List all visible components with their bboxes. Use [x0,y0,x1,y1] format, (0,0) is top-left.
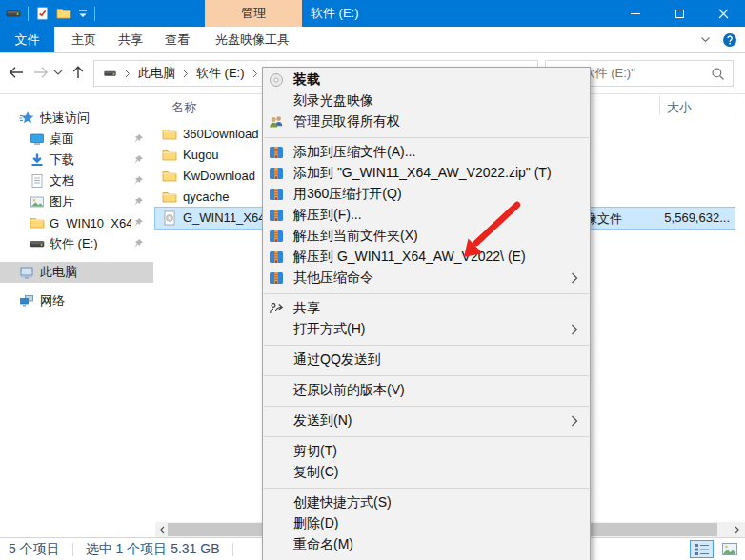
zip-icon [269,145,284,160]
explorer-drive-icon[interactable] [6,6,21,21]
folder-icon [30,215,45,230]
search-icon[interactable] [711,67,725,81]
menu-icon-placeholder [269,413,284,429]
zip-icon [269,229,284,244]
details-view-button[interactable] [690,540,714,558]
sidebar-item[interactable]: 文档 [0,170,153,191]
tab-home[interactable]: 主页 [63,27,105,52]
ribbon-expand-chevron-icon[interactable] [700,36,711,44]
computer-icon [19,265,34,280]
breadcrumb-drive-e[interactable]: 软件 (E:) [196,65,245,82]
menu-item-label: 删除(D) [293,515,338,532]
menu-item[interactable]: 还原以前的版本(V) [263,380,590,401]
pin-icon [132,133,144,145]
items-count: 5 个项目 [9,541,60,558]
back-icon[interactable] [8,65,25,80]
menu-item-label: 解压到 G_WIN11_X64_AW_V2022\ (E) [293,249,526,266]
menu-item-label: 复制(C) [293,464,338,481]
tab-view[interactable]: 查看 [156,27,198,52]
menu-item[interactable]: 删除(D) [263,513,590,534]
sidebar-item[interactable]: 网络 [0,290,153,311]
menu-item-label: 还原以前的版本(V) [293,382,405,399]
menu-item[interactable]: 添加到压缩文件(A)... [263,142,590,163]
menu-icon-placeholder [269,465,284,480]
menu-item-label: 装载 [293,71,320,89]
breadcrumb-chevron-icon [183,70,189,78]
menu-separator [264,406,589,407]
sidebar-item-label: 软件 (E:) [50,235,98,252]
up-icon[interactable] [70,65,86,80]
menu-item[interactable]: 剪切(T) [263,441,590,462]
menu-item[interactable]: 共享 [263,298,590,319]
forward-icon[interactable] [32,65,50,80]
column-divider[interactable] [659,96,660,115]
file-name: 360Download [183,127,259,141]
menu-item[interactable]: 解压到当前文件夹(X) [263,226,590,247]
breadcrumb: 此电脑 软件 (E:) [94,65,258,82]
sidebar-item-label: 网络 [40,292,65,310]
sidebar-item[interactable]: 下载 [0,150,153,170]
menu-item[interactable]: 其他压缩命令 [263,268,590,289]
sidebar-item[interactable]: 软件 (E:) [0,233,153,254]
disc-icon [269,72,284,88]
location-drive-icon [103,67,117,80]
scroll-right-icon[interactable] [732,524,743,535]
menu-item[interactable]: 复制(C) [263,462,590,483]
new-folder-icon[interactable] [56,6,71,21]
qat-customize-icon[interactable] [78,9,88,18]
help-icon[interactable] [722,32,737,48]
menu-item[interactable]: 通过QQ发送到 [263,350,590,370]
thumbnail-view-button[interactable] [717,540,741,558]
sidebar-item[interactable]: 此电脑 [0,262,153,283]
minimize-button[interactable] [614,0,657,27]
menu-item[interactable]: 重命名(M) [263,534,590,555]
menu-item[interactable]: 刻录光盘映像 [263,90,590,111]
menu-item[interactable]: 创建快捷方式(S) [263,492,590,513]
maximize-icon [675,10,684,18]
menu-item[interactable]: 管理员取得所有权 [263,111,590,132]
zip-icon [269,208,284,223]
menu-item-label: 用360压缩打开(Q) [293,186,402,203]
menu-separator [264,137,589,138]
submenu-chevron-icon [571,272,578,284]
tab-file[interactable]: 文件 [0,27,54,52]
picture-icon [30,194,45,210]
column-header-name[interactable]: 名称 [171,99,196,116]
menu-item-label: 发送到(N) [293,412,352,430]
sidebar-item[interactable]: 图片 [0,191,153,212]
sidebar-item[interactable]: G_WIN10_X64_ [0,212,153,233]
folder-icon [162,148,177,163]
contextual-tab-manage[interactable]: 管理 [205,0,302,27]
tab-disc-image-tools[interactable]: 光盘映像工具 [203,27,302,52]
menu-separator [264,436,589,437]
menu-item[interactable]: 解压到(F)... [263,205,590,226]
file-name: KwDownload [183,169,255,183]
sidebar-item[interactable]: 快速访问 [0,108,153,129]
close-icon [718,9,729,19]
maximize-button[interactable] [657,0,701,27]
menu-icon-placeholder [269,516,284,531]
menu-item-label: 重命名(M) [293,536,353,553]
menu-item[interactable]: 装载 [263,70,590,90]
menu-separator [264,293,589,294]
menu-item[interactable]: 发送到(N) [263,410,590,431]
desktop-icon [30,131,45,147]
tab-share[interactable]: 共享 [110,27,151,52]
recent-locations-chevron-icon[interactable] [53,70,63,76]
close-button[interactable] [701,0,745,27]
people-icon [269,114,284,130]
breadcrumb-this-pc[interactable]: 此电脑 [138,65,175,82]
menu-item[interactable]: 添加到 "G_WIN11_X64_AW_V2022.zip" (T) [263,163,590,184]
sidebar-item-label: 此电脑 [40,264,77,281]
menu-item[interactable]: 解压到 G_WIN11_X64_AW_V2022\ (E) [263,247,590,268]
menu-item[interactable]: 打开方式(H) [263,319,590,340]
properties-icon[interactable] [35,6,50,21]
column-divider[interactable] [735,96,735,115]
column-header-size[interactable]: 大小 [667,99,692,116]
menu-item[interactable]: 用360压缩打开(Q) [263,184,590,205]
submenu-chevron-icon [571,415,578,427]
document-icon [30,173,45,189]
scroll-left-icon[interactable] [156,524,168,535]
sidebar-item-label: 文档 [50,172,74,190]
sidebar-item[interactable]: 桌面 [0,129,153,150]
